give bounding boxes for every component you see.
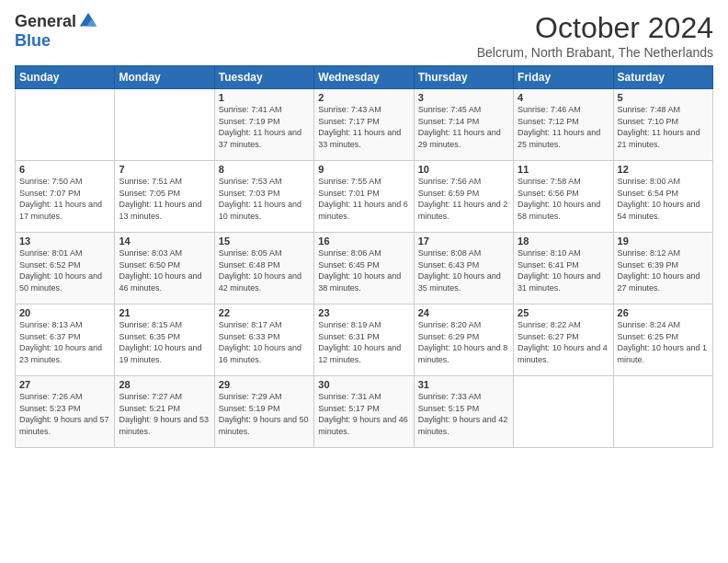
day-cell: 9Sunrise: 7:55 AM Sunset: 7:01 PM Daylig… — [314, 161, 414, 233]
day-cell: 30Sunrise: 7:31 AM Sunset: 5:17 PM Dayli… — [314, 376, 414, 448]
day-number: 24 — [418, 307, 509, 318]
day-header-thursday: Thursday — [414, 66, 513, 89]
day-cell: 27Sunrise: 7:26 AM Sunset: 5:23 PM Dayli… — [16, 376, 115, 448]
day-info: Sunrise: 7:41 AM Sunset: 7:19 PM Dayligh… — [219, 104, 310, 150]
day-info: Sunrise: 7:53 AM Sunset: 7:03 PM Dayligh… — [219, 176, 310, 222]
day-info: Sunrise: 8:13 AM Sunset: 6:37 PM Dayligh… — [19, 319, 110, 365]
day-number: 13 — [19, 236, 110, 247]
day-number: 7 — [119, 164, 210, 175]
day-info: Sunrise: 8:22 AM Sunset: 6:27 PM Dayligh… — [518, 319, 609, 365]
day-info: Sunrise: 8:19 AM Sunset: 6:31 PM Dayligh… — [318, 319, 409, 365]
day-number: 30 — [318, 379, 409, 390]
calendar-table: SundayMondayTuesdayWednesdayThursdayFrid… — [15, 65, 713, 448]
day-cell: 1Sunrise: 7:41 AM Sunset: 7:19 PM Daylig… — [214, 89, 313, 161]
week-row-4: 27Sunrise: 7:26 AM Sunset: 5:23 PM Dayli… — [16, 376, 713, 448]
day-cell — [115, 89, 214, 161]
day-number: 17 — [418, 236, 509, 247]
day-cell: 11Sunrise: 7:58 AM Sunset: 6:56 PM Dayli… — [514, 161, 613, 233]
day-info: Sunrise: 7:45 AM Sunset: 7:14 PM Dayligh… — [418, 104, 509, 150]
day-number: 8 — [219, 164, 310, 175]
day-cell: 14Sunrise: 8:03 AM Sunset: 6:50 PM Dayli… — [115, 233, 214, 304]
day-cell: 25Sunrise: 8:22 AM Sunset: 6:27 PM Dayli… — [514, 304, 613, 376]
day-number: 5 — [618, 92, 709, 103]
day-info: Sunrise: 8:12 AM Sunset: 6:39 PM Dayligh… — [618, 247, 709, 293]
day-number: 14 — [119, 236, 210, 247]
day-info: Sunrise: 8:08 AM Sunset: 6:43 PM Dayligh… — [418, 247, 509, 293]
day-header-tuesday: Tuesday — [214, 66, 313, 89]
subtitle: Belcrum, North Brabant, The Netherlands — [477, 45, 713, 60]
day-number: 11 — [518, 164, 609, 175]
page: General Blue October 2024 Belcrum, North… — [0, 0, 728, 455]
day-info: Sunrise: 8:10 AM Sunset: 6:41 PM Dayligh… — [518, 247, 609, 293]
week-row-2: 13Sunrise: 8:01 AM Sunset: 6:52 PM Dayli… — [16, 233, 713, 304]
week-row-0: 1Sunrise: 7:41 AM Sunset: 7:19 PM Daylig… — [16, 89, 713, 161]
day-cell: 26Sunrise: 8:24 AM Sunset: 6:25 PM Dayli… — [613, 304, 712, 376]
day-info: Sunrise: 7:33 AM Sunset: 5:15 PM Dayligh… — [418, 391, 509, 437]
day-info: Sunrise: 7:56 AM Sunset: 6:59 PM Dayligh… — [418, 176, 509, 222]
logo-blue: Blue — [15, 31, 51, 51]
week-row-1: 6Sunrise: 7:50 AM Sunset: 7:07 PM Daylig… — [16, 161, 713, 233]
day-number: 4 — [518, 92, 609, 103]
day-number: 21 — [119, 307, 210, 318]
day-info: Sunrise: 7:48 AM Sunset: 7:10 PM Dayligh… — [618, 104, 709, 150]
day-info: Sunrise: 7:51 AM Sunset: 7:05 PM Dayligh… — [119, 176, 210, 222]
day-number: 10 — [418, 164, 509, 175]
day-info: Sunrise: 7:55 AM Sunset: 7:01 PM Dayligh… — [318, 176, 409, 222]
day-info: Sunrise: 8:24 AM Sunset: 6:25 PM Dayligh… — [618, 319, 709, 365]
day-number: 29 — [219, 379, 310, 390]
day-cell: 3Sunrise: 7:45 AM Sunset: 7:14 PM Daylig… — [414, 89, 513, 161]
day-cell: 22Sunrise: 8:17 AM Sunset: 6:33 PM Dayli… — [214, 304, 313, 376]
day-info: Sunrise: 8:05 AM Sunset: 6:48 PM Dayligh… — [219, 247, 310, 293]
day-number: 25 — [518, 307, 609, 318]
day-number: 16 — [318, 236, 409, 247]
day-cell: 7Sunrise: 7:51 AM Sunset: 7:05 PM Daylig… — [115, 161, 214, 233]
day-cell: 13Sunrise: 8:01 AM Sunset: 6:52 PM Dayli… — [16, 233, 115, 304]
day-cell: 8Sunrise: 7:53 AM Sunset: 7:03 PM Daylig… — [214, 161, 313, 233]
month-title: October 2024 — [477, 11, 713, 45]
logo: General Blue — [15, 11, 98, 51]
day-info: Sunrise: 7:46 AM Sunset: 7:12 PM Dayligh… — [518, 104, 609, 150]
day-cell: 5Sunrise: 7:48 AM Sunset: 7:10 PM Daylig… — [613, 89, 712, 161]
day-info: Sunrise: 7:26 AM Sunset: 5:23 PM Dayligh… — [19, 391, 110, 437]
day-info: Sunrise: 7:58 AM Sunset: 6:56 PM Dayligh… — [518, 176, 609, 222]
day-info: Sunrise: 8:06 AM Sunset: 6:45 PM Dayligh… — [318, 247, 409, 293]
day-info: Sunrise: 8:20 AM Sunset: 6:29 PM Dayligh… — [418, 319, 509, 365]
day-number: 12 — [618, 164, 709, 175]
day-number: 22 — [219, 307, 310, 318]
day-cell: 2Sunrise: 7:43 AM Sunset: 7:17 PM Daylig… — [314, 89, 414, 161]
day-number: 20 — [19, 307, 110, 318]
day-cell: 28Sunrise: 7:27 AM Sunset: 5:21 PM Dayli… — [115, 376, 214, 448]
day-number: 23 — [318, 307, 409, 318]
day-info: Sunrise: 8:01 AM Sunset: 6:52 PM Dayligh… — [19, 247, 110, 293]
day-number: 19 — [618, 236, 709, 247]
day-number: 2 — [318, 92, 409, 103]
day-header-wednesday: Wednesday — [314, 66, 414, 89]
day-cell: 10Sunrise: 7:56 AM Sunset: 6:59 PM Dayli… — [414, 161, 513, 233]
day-cell: 24Sunrise: 8:20 AM Sunset: 6:29 PM Dayli… — [414, 304, 513, 376]
day-number: 31 — [418, 379, 509, 390]
day-cell: 16Sunrise: 8:06 AM Sunset: 6:45 PM Dayli… — [314, 233, 414, 304]
day-cell: 15Sunrise: 8:05 AM Sunset: 6:48 PM Dayli… — [214, 233, 313, 304]
day-cell: 29Sunrise: 7:29 AM Sunset: 5:19 PM Dayli… — [214, 376, 313, 448]
day-cell: 31Sunrise: 7:33 AM Sunset: 5:15 PM Dayli… — [414, 376, 513, 448]
header-row: SundayMondayTuesdayWednesdayThursdayFrid… — [16, 66, 713, 89]
day-number: 6 — [19, 164, 110, 175]
day-header-monday: Monday — [115, 66, 214, 89]
day-info: Sunrise: 7:27 AM Sunset: 5:21 PM Dayligh… — [119, 391, 210, 437]
title-area: October 2024 Belcrum, North Brabant, The… — [477, 11, 713, 60]
day-cell — [16, 89, 115, 161]
day-header-saturday: Saturday — [613, 66, 712, 89]
day-number: 26 — [618, 307, 709, 318]
day-info: Sunrise: 7:43 AM Sunset: 7:17 PM Dayligh… — [318, 104, 409, 150]
day-cell: 21Sunrise: 8:15 AM Sunset: 6:35 PM Dayli… — [115, 304, 214, 376]
day-cell: 6Sunrise: 7:50 AM Sunset: 7:07 PM Daylig… — [16, 161, 115, 233]
day-cell — [514, 376, 613, 448]
day-header-friday: Friday — [514, 66, 613, 89]
day-info: Sunrise: 8:15 AM Sunset: 6:35 PM Dayligh… — [119, 319, 210, 365]
header: General Blue October 2024 Belcrum, North… — [15, 11, 713, 60]
day-cell: 18Sunrise: 8:10 AM Sunset: 6:41 PM Dayli… — [514, 233, 613, 304]
day-number: 9 — [318, 164, 409, 175]
day-cell — [613, 376, 712, 448]
day-info: Sunrise: 7:50 AM Sunset: 7:07 PM Dayligh… — [19, 176, 110, 222]
day-number: 28 — [119, 379, 210, 390]
